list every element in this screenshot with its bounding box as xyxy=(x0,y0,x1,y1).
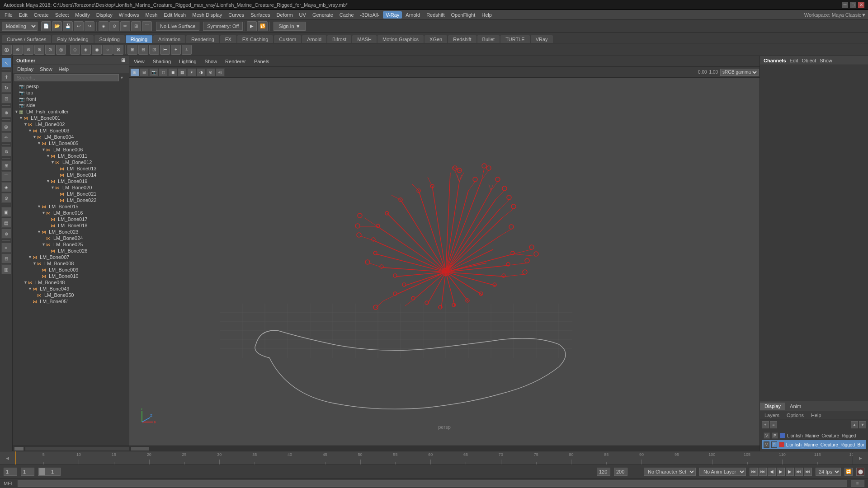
frame-end[interactable]: 120 xyxy=(597,468,610,476)
layer-item-1[interactable]: V P Lionfish_Marine_Creature_Rigged xyxy=(762,431,866,440)
menu-display[interactable]: Display xyxy=(94,11,115,19)
constraint4[interactable]: ⟐ xyxy=(103,45,113,55)
menu-openflight[interactable]: OpenFlight xyxy=(448,11,478,19)
outliner-item-front[interactable]: 📷 front xyxy=(13,96,129,102)
menu-windows[interactable]: Windows xyxy=(116,11,142,19)
vp-colorspace-select[interactable]: sRGB gamma xyxy=(720,69,759,76)
scale-tool[interactable]: ⊡ xyxy=(1,94,11,103)
timeline-scroll-right[interactable]: ▶ xyxy=(853,451,868,465)
layer-v1[interactable]: V xyxy=(764,432,770,439)
vp-menu-renderer[interactable]: Renderer xyxy=(222,58,249,65)
vp-btn-tex[interactable]: ▦ xyxy=(178,68,187,76)
vp-btn-grid[interactable]: ⊟ xyxy=(140,68,149,76)
menu-generate[interactable]: Generate xyxy=(310,11,336,19)
attr-editor[interactable]: ≡ xyxy=(1,243,11,253)
menu-mesh-display[interactable]: Mesh Display xyxy=(189,11,225,19)
workspace-label[interactable]: Workspace: Maya Classic▼ xyxy=(804,12,866,18)
tab-poly-modeling[interactable]: Poly Modeling xyxy=(52,35,93,43)
outliner-item-bone051[interactable]: ⋈ LM_Bone051 xyxy=(13,298,129,305)
timeline-scroll-left[interactable]: ◀ xyxy=(0,451,15,465)
tab-fx-caching[interactable]: FX Caching xyxy=(237,35,273,43)
no-live-surface[interactable]: No Live Surface xyxy=(156,22,199,31)
tab-rigging[interactable]: Rigging xyxy=(126,35,152,43)
search-input[interactable] xyxy=(14,74,119,81)
outliner-item-bone048[interactable]: ▼ ⋈ LM_Bone048 xyxy=(13,279,129,286)
tab-fx[interactable]: FX xyxy=(220,35,236,43)
mode-select[interactable]: Modeling Rigging Animation xyxy=(2,22,38,31)
save-btn[interactable]: 💾 xyxy=(63,21,73,31)
lasso-btn[interactable]: ⊙ xyxy=(109,21,119,31)
skin-bind[interactable]: ⊛ xyxy=(34,45,44,55)
prev-key-btn[interactable]: ⏮ xyxy=(759,468,767,476)
outliner-item-bone003[interactable]: ▼ ⋈ LM_Bone003 xyxy=(13,127,129,134)
loop-toggle[interactable]: 🔁 xyxy=(844,468,853,476)
menu-surfaces[interactable]: Surfaces xyxy=(248,11,273,19)
menu-create[interactable]: Create xyxy=(31,11,52,19)
menu-cache[interactable]: Cache xyxy=(337,11,357,19)
tab-animation[interactable]: Animation xyxy=(153,35,185,43)
layers-sub[interactable]: Layers xyxy=(762,412,782,418)
outliner-menu-show[interactable]: Show xyxy=(37,66,55,72)
outliner-item-bone024[interactable]: ⋈ LM_Bone024 xyxy=(13,235,129,241)
snap-grid-lt[interactable]: ⊞ xyxy=(1,160,11,170)
edit-btn[interactable]: Edit xyxy=(790,58,798,63)
ctrl-rig3[interactable]: ⊡ xyxy=(149,45,159,55)
new-btn[interactable]: 📄 xyxy=(41,21,51,31)
outliner-expand-icon[interactable]: ⊞ xyxy=(121,57,125,63)
outliner-item-bone049[interactable]: ▼ ⋈ LM_Bone049 xyxy=(13,286,129,292)
ctrl-rig1[interactable]: ⊞ xyxy=(127,45,137,55)
paint-btn[interactable]: ✏ xyxy=(120,21,130,31)
scrollbar-thumb-h[interactable] xyxy=(131,447,149,450)
outliner-item-bone002[interactable]: ▼ ⋈ LM_Bone002 xyxy=(13,121,129,127)
outliner-item-bone013[interactable]: ⋈ LM_Bone013 xyxy=(13,165,129,172)
loop-btn[interactable]: 🔁 xyxy=(258,21,268,31)
menu-help[interactable]: Help xyxy=(479,11,495,19)
tab-turtle[interactable]: TURTLE xyxy=(500,35,530,43)
layer-p2[interactable]: P xyxy=(771,441,777,448)
close-button[interactable]: ✕ xyxy=(858,2,864,8)
select-btn[interactable]: ◈ xyxy=(99,21,108,31)
no-character-select[interactable]: No Character Set xyxy=(644,468,696,476)
open-btn[interactable]: 📂 xyxy=(52,21,62,31)
channel-box-lt[interactable]: ▥ xyxy=(1,264,11,274)
ctrl-rig2[interactable]: ⊟ xyxy=(138,45,148,55)
deformer[interactable]: ◎ xyxy=(56,45,66,55)
vp-menu-shading[interactable]: Shading xyxy=(150,58,174,65)
menu-uv[interactable]: UV xyxy=(297,11,309,19)
tab-sculpting[interactable]: Sculpting xyxy=(94,35,125,43)
vp-menu-lighting[interactable]: Lighting xyxy=(176,58,199,65)
step-back-btn[interactable]: ◀ xyxy=(768,468,776,476)
render-settings[interactable]: ⊗ xyxy=(1,229,11,239)
outliner-item-bone018[interactable]: ⋈ LM_Bone018 xyxy=(13,222,129,229)
vp-btn-isolate[interactable]: ◎ xyxy=(216,68,225,76)
show-btn[interactable]: Show xyxy=(820,58,832,63)
constraint5[interactable]: ⊠ xyxy=(113,45,123,55)
vp-btn-cam[interactable]: 📷 xyxy=(149,68,158,76)
menu-edit[interactable]: Edit xyxy=(16,11,30,19)
redo-btn[interactable]: ↪ xyxy=(85,21,94,31)
vp-btn-light[interactable]: ☀ xyxy=(187,68,196,76)
layer-v2[interactable]: V xyxy=(764,441,769,448)
vp-btn-xray[interactable]: ⊘ xyxy=(206,68,215,76)
outliner-menu-help[interactable]: Help xyxy=(56,66,72,72)
layer-scroll-down[interactable]: ▼ xyxy=(859,421,866,428)
tab-vray[interactable]: VRay xyxy=(531,35,553,43)
paint-sel[interactable]: ✏ xyxy=(1,132,11,142)
ik-spline[interactable]: ⊘ xyxy=(24,45,33,55)
playback-btn[interactable]: ▶ xyxy=(247,21,257,31)
menu-modify[interactable]: Modify xyxy=(72,11,92,19)
viewport-scrollbar-h[interactable] xyxy=(129,446,760,451)
outliner-item-bone009[interactable]: ⋈ LM_Bone009 xyxy=(13,267,129,273)
menu-deform[interactable]: Deform xyxy=(274,11,296,19)
tab-curves-surfaces[interactable]: Curves / Surfaces xyxy=(2,35,51,43)
outliner-item-fish-ctrl[interactable]: ▼ ▦ LM_Fish_controller xyxy=(13,108,129,115)
tab-redshift[interactable]: Redshift xyxy=(448,35,476,43)
menu-select[interactable]: Select xyxy=(52,11,72,19)
outliner-item-bone025[interactable]: ▼ ⋈ LM_Bone025 xyxy=(13,241,129,248)
vp-btn-wire[interactable]: ◻ xyxy=(159,68,168,76)
snap-grid[interactable]: ⊞ xyxy=(131,21,141,31)
outliner-item-bone016[interactable]: ▼ ⋈ LM_Bone016 xyxy=(13,210,129,216)
outliner-item-bone026[interactable]: ⋈ LM_Bone026 xyxy=(13,248,129,254)
options-sub[interactable]: Options xyxy=(784,412,807,418)
outliner-item-bone004[interactable]: ▼ ⋈ LM_Bone004 xyxy=(13,134,129,140)
